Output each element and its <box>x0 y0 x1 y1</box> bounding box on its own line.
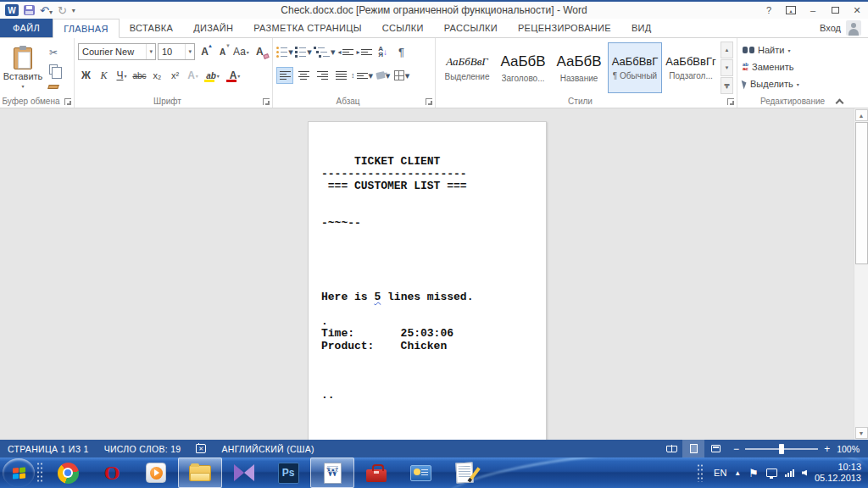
increase-indent-button[interactable]: ▸ <box>356 43 373 60</box>
display-tray-icon[interactable] <box>766 469 777 477</box>
bold-button[interactable]: Ж <box>78 67 94 84</box>
style-card[interactable]: АаБбВвГгПодзагол... <box>664 42 718 93</box>
shrink-font-button[interactable]: А▼ <box>214 43 231 60</box>
minimize-button[interactable]: – <box>802 2 824 19</box>
italic-button[interactable]: К <box>96 67 112 84</box>
font-dialog-launcher[interactable] <box>263 98 270 105</box>
justify-button[interactable] <box>332 67 349 84</box>
network-signal-icon[interactable] <box>785 469 794 477</box>
clipboard-dialog-launcher[interactable] <box>64 98 71 105</box>
replace-button[interactable]: abac Заменить <box>741 59 844 75</box>
select-button[interactable]: Выделить▾ <box>741 76 844 92</box>
show-hidden-icons-button[interactable]: ▲ <box>734 469 741 477</box>
font-size-combobox[interactable]: 10 ▾ <box>158 43 195 60</box>
language-indicator[interactable]: АНГЛИЙСКИЙ (США) <box>214 440 321 458</box>
numbering-button[interactable]: ▾ <box>295 43 312 60</box>
taskbar-explorer-button[interactable] <box>178 458 222 488</box>
tab-главная[interactable]: ГЛАВНАЯ <box>53 19 120 38</box>
taskbar-opera-button[interactable]: O <box>90 458 134 488</box>
find-button[interactable]: Найти▾ <box>741 42 844 58</box>
scroll-down-button[interactable]: ▼ <box>855 427 868 439</box>
proofing-errors-button[interactable]: ✕ <box>188 440 214 458</box>
scrollbar-thumb[interactable] <box>855 122 868 264</box>
page-count[interactable]: СТРАНИЦА 1 ИЗ 1 <box>0 440 97 458</box>
line-spacing-button[interactable]: ↕▾ <box>351 67 373 84</box>
restore-button[interactable] <box>824 2 846 19</box>
copy-button[interactable] <box>44 62 63 76</box>
tab-вид[interactable]: ВИД <box>621 19 662 37</box>
help-button[interactable]: ? <box>758 2 780 19</box>
tab-file[interactable]: ФАЙЛ <box>0 19 53 37</box>
zoom-slider[interactable] <box>745 448 818 450</box>
shading-button[interactable]: ▾ <box>375 67 392 84</box>
scroll-up-button[interactable]: ▲ <box>855 109 868 121</box>
taskbar-kmplayer-button[interactable] <box>222 458 266 488</box>
taskbar-display-settings-button[interactable] <box>398 458 442 488</box>
zoom-level[interactable]: 100% <box>837 444 868 454</box>
action-center-flag-icon[interactable]: ⚑ <box>748 468 759 479</box>
show-paragraph-marks-button[interactable]: ¶ <box>393 43 410 60</box>
web-layout-button[interactable] <box>704 440 726 458</box>
clear-formatting-button[interactable]: А <box>252 43 268 60</box>
ribbon-display-options-button[interactable]: ▴ <box>780 2 802 19</box>
document-page[interactable]: TICKET CLIENT---------------------- === … <box>308 121 547 440</box>
font-color-button[interactable]: А▾ <box>225 67 245 84</box>
taskbar-toolbox-button[interactable] <box>354 458 398 488</box>
format-painter-button[interactable] <box>44 80 63 94</box>
style-card[interactable]: АаБбВвГВыделение <box>440 42 494 93</box>
underline-button[interactable]: Ч▾ <box>114 67 130 84</box>
multilevel-list-button[interactable]: ▾ <box>314 43 336 60</box>
cut-button[interactable]: ✂ <box>44 45 63 59</box>
language-switcher[interactable]: EN <box>714 468 726 478</box>
sort-button[interactable]: АЯ↓ <box>375 43 392 60</box>
text-effects-button[interactable]: А▾ <box>185 67 201 84</box>
style-card[interactable]: АаБбВвГ¶ Обычный <box>608 42 662 93</box>
vertical-scrollbar[interactable]: ▲ ▼ <box>854 108 868 440</box>
style-card[interactable]: АаБбВЗаголово... <box>496 42 550 93</box>
paste-button[interactable]: Вставить ▾ <box>3 42 42 94</box>
print-layout-button[interactable] <box>682 440 704 458</box>
taskbar-photoshop-button[interactable]: Ps <box>266 458 310 488</box>
gallery-down-button[interactable]: ▼ <box>721 59 733 76</box>
change-case-button[interactable]: Аа▾ <box>232 43 250 60</box>
align-left-button[interactable] <box>276 67 293 84</box>
sign-in[interactable]: Вход <box>820 19 868 37</box>
tray-clock[interactable]: 10:13 05.12.2013 <box>815 462 861 484</box>
gallery-up-button[interactable]: ▲ <box>721 42 733 58</box>
tab-дизайн[interactable]: ДИЗАЙН <box>183 19 243 37</box>
borders-button[interactable]: ▾ <box>393 67 410 84</box>
tab-разметка-страницы[interactable]: РАЗМЕТКА СТРАНИЦЫ <box>243 19 372 37</box>
taskbar-word-button[interactable]: W <box>310 458 354 488</box>
zoom-in-button[interactable]: + <box>824 444 830 454</box>
superscript-button[interactable]: x² <box>167 67 183 84</box>
gallery-more-button[interactable]: ▬▼ <box>721 77 733 94</box>
align-right-button[interactable] <box>314 67 331 84</box>
align-center-button[interactable] <box>295 67 312 84</box>
paragraph-dialog-launcher[interactable] <box>426 98 432 105</box>
font-name-combobox[interactable]: Courier New ▾ <box>78 43 156 60</box>
collapse-ribbon-button[interactable] <box>836 97 843 104</box>
highlight-color-button[interactable]: ab▾ <box>203 67 223 84</box>
tab-рассылки[interactable]: РАССЫЛКИ <box>434 19 508 37</box>
word-count[interactable]: ЧИСЛО СЛОВ: 19 <box>97 440 189 458</box>
read-mode-button[interactable] <box>660 440 682 458</box>
save-button[interactable] <box>24 5 35 15</box>
zoom-slider-thumb[interactable] <box>779 444 784 454</box>
volume-icon[interactable] <box>802 470 807 476</box>
bullets-button[interactable]: ▾ <box>276 43 293 60</box>
decrease-indent-button[interactable]: ◂ <box>337 43 354 60</box>
tab-ссылки[interactable]: ССЫЛКИ <box>372 19 434 37</box>
tab-рецензирование[interactable]: РЕЦЕНЗИРОВАНИЕ <box>508 19 621 37</box>
taskbar-media-player-button[interactable] <box>134 458 178 488</box>
subscript-button[interactable]: x₂ <box>149 67 165 84</box>
chevron-down-icon[interactable]: ▾ <box>146 44 155 59</box>
grow-font-button[interactable]: А▲ <box>197 43 213 60</box>
start-button[interactable] <box>3 458 35 487</box>
customize-qat-button[interactable]: ▾ <box>72 7 75 14</box>
strikethrough-button[interactable]: abc <box>131 67 147 84</box>
taskbar-chrome-button[interactable] <box>46 458 90 488</box>
undo-button[interactable]: ↶▾ <box>40 5 53 16</box>
taskbar-notepad-button[interactable] <box>442 458 487 488</box>
tab-вставка[interactable]: ВСТАВКА <box>120 19 183 37</box>
styles-dialog-launcher[interactable] <box>727 98 734 105</box>
